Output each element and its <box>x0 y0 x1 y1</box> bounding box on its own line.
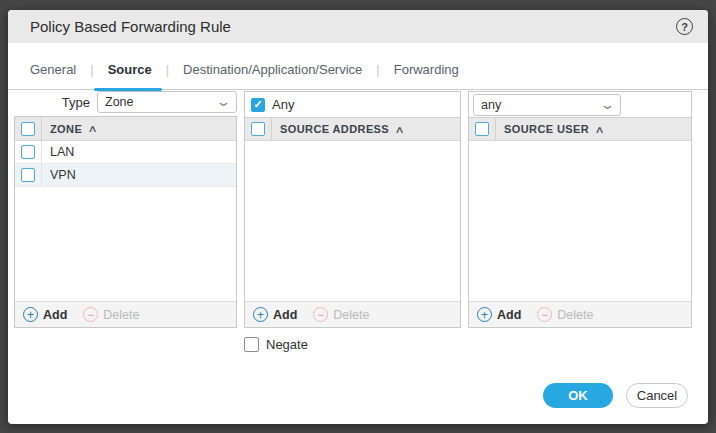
tab-destination-application-service[interactable]: Destination/Application/Service <box>169 62 376 89</box>
source-address-delete-button[interactable]: − Delete <box>313 307 369 322</box>
chevron-down-icon: ⌄ <box>599 101 615 109</box>
zone-delete-label: Delete <box>103 308 139 322</box>
source-user-dropdown-value: any <box>481 98 501 112</box>
zone-row-lan-checkbox[interactable] <box>21 145 35 159</box>
source-address-panel: ✓ Any SOURCE ADDRESS ∧ + Add − Delete <box>244 91 461 328</box>
source-address-add-label: Add <box>273 308 297 322</box>
source-user-column-title: SOURCE USER <box>504 123 589 135</box>
chevron-down-icon: ⌄ <box>215 98 231 106</box>
tab-forwarding[interactable]: Forwarding <box>380 62 473 89</box>
dialog-titlebar: Policy Based Forwarding Rule ? <box>8 10 708 43</box>
zone-select-all-checkbox[interactable] <box>21 122 35 136</box>
source-user-panel: any ⌄ SOURCE USER ∧ + Add − Delete <box>468 91 692 328</box>
plus-circle-icon: + <box>477 307 492 322</box>
minus-circle-icon: − <box>537 307 552 322</box>
sort-asc-icon: ∧ <box>595 124 606 135</box>
policy-based-forwarding-rule-dialog: Policy Based Forwarding Rule ? General |… <box>8 10 708 424</box>
source-user-delete-button[interactable]: − Delete <box>537 307 593 322</box>
source-user-column-header[interactable]: SOURCE USER ∧ <box>496 118 604 140</box>
minus-circle-icon: − <box>83 307 98 322</box>
source-user-select-all-cell <box>469 118 496 140</box>
zone-panel: ZONE ∧ LAN VPN + Add − Delete <box>14 116 237 328</box>
zone-row-vpn-checkbox[interactable] <box>21 168 35 182</box>
zone-row-checkbox-cell <box>15 164 42 186</box>
source-user-add-button[interactable]: + Add <box>477 307 521 322</box>
type-dropdown[interactable]: Zone ⌄ <box>97 91 237 113</box>
source-address-select-all-checkbox[interactable] <box>251 122 265 136</box>
zone-row-label: LAN <box>42 141 74 163</box>
sort-asc-icon: ∧ <box>88 123 99 134</box>
tab-bar: General | Source | Destination/Applicati… <box>8 52 708 90</box>
source-address-panel-footer: + Add − Delete <box>245 301 460 327</box>
zone-column-header[interactable]: ZONE ∧ <box>42 117 97 140</box>
plus-circle-icon: + <box>253 307 268 322</box>
source-address-select-all-cell <box>245 118 272 140</box>
zone-row-label: VPN <box>42 164 76 186</box>
source-address-column-title: SOURCE ADDRESS <box>280 123 389 135</box>
any-checkbox-label: Any <box>272 97 294 112</box>
source-user-dropdown-row: any ⌄ <box>469 92 691 117</box>
type-row: Type Zone ⌄ <box>14 91 237 113</box>
source-address-any-row: ✓ Any <box>245 92 460 117</box>
minus-circle-icon: − <box>313 307 328 322</box>
source-user-dropdown[interactable]: any ⌄ <box>473 94 621 116</box>
cancel-button[interactable]: Cancel <box>626 383 688 408</box>
negate-checkbox[interactable] <box>244 337 259 352</box>
source-user-table-header: SOURCE USER ∧ <box>469 117 691 141</box>
source-user-delete-label: Delete <box>557 308 593 322</box>
negate-label: Negate <box>266 337 308 352</box>
dialog-title: Policy Based Forwarding Rule <box>30 18 231 35</box>
plus-circle-icon: + <box>23 307 38 322</box>
source-user-add-label: Add <box>497 308 521 322</box>
any-checkbox[interactable]: ✓ <box>251 98 265 112</box>
type-dropdown-value: Zone <box>105 95 134 109</box>
zone-delete-button[interactable]: − Delete <box>83 307 139 322</box>
tab-source[interactable]: Source <box>94 62 166 89</box>
source-address-delete-label: Delete <box>333 308 369 322</box>
zone-row-lan[interactable]: LAN <box>15 141 236 164</box>
zone-table-header: ZONE ∧ <box>15 117 236 141</box>
source-user-select-all-checkbox[interactable] <box>475 122 489 136</box>
source-address-column-header[interactable]: SOURCE ADDRESS ∧ <box>272 118 404 140</box>
check-icon: ✓ <box>253 99 262 110</box>
source-user-panel-footer: + Add − Delete <box>469 301 691 327</box>
source-address-add-button[interactable]: + Add <box>253 307 297 322</box>
negate-row: Negate <box>244 336 308 352</box>
tab-general[interactable]: General <box>30 62 90 89</box>
zone-row-checkbox-cell <box>15 141 42 163</box>
type-label: Type <box>14 95 97 110</box>
zone-add-label: Add <box>43 308 67 322</box>
ok-button[interactable]: OK <box>543 383 613 408</box>
zone-column-title: ZONE <box>50 123 82 135</box>
zone-select-all-cell <box>15 117 42 140</box>
zone-add-button[interactable]: + Add <box>23 307 67 322</box>
sort-asc-icon: ∧ <box>395 124 406 135</box>
zone-panel-footer: + Add − Delete <box>15 301 236 327</box>
zone-row-vpn[interactable]: VPN <box>15 164 236 187</box>
help-icon[interactable]: ? <box>676 18 693 35</box>
source-address-table-header: SOURCE ADDRESS ∧ <box>245 117 460 141</box>
